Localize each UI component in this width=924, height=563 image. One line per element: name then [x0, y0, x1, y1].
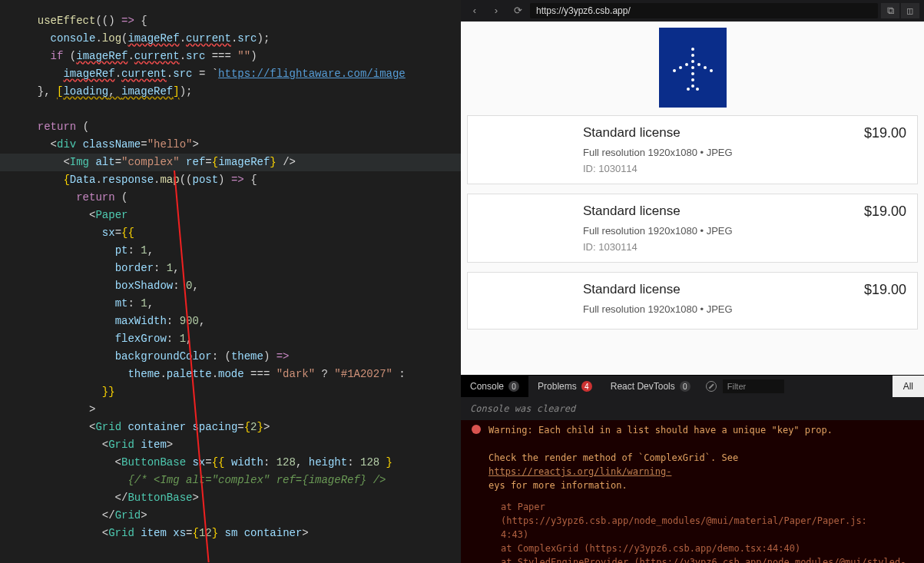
- stack-line: at ComplexGrid (https://y3ypz6.csb.app/d…: [470, 541, 915, 555]
- code-line[interactable]: flexGrow: 1,: [25, 330, 461, 348]
- card-title: Standard license: [583, 125, 864, 141]
- code-line[interactable]: <Grid item xs={12} sm container>: [25, 525, 461, 542]
- code-line[interactable]: mt: 1,: [25, 295, 461, 313]
- console-cleared-message: Console was cleared: [461, 397, 924, 420]
- svg-point-12: [710, 69, 713, 72]
- code-line[interactable]: return (: [25, 118, 461, 136]
- tab-console[interactable]: Console 0: [461, 376, 528, 397]
- code-line[interactable]: imageRef.current.src = `https://flightaw…: [25, 65, 461, 83]
- preview-area[interactable]: Standard licenseFull resolution 1920x108…: [461, 22, 924, 375]
- react-count-badge: 0: [680, 381, 691, 392]
- svg-point-8: [679, 66, 682, 69]
- stack-line: at Paper (https://y3ypz6.csb.app/node_mo…: [470, 500, 915, 528]
- code-line[interactable]: <ButtonBase sx={{ width: 128, height: 12…: [25, 454, 461, 472]
- stack-line: 4:43): [470, 528, 915, 541]
- reload-button[interactable]: ⟳: [508, 3, 527, 18]
- filter-input[interactable]: Filter: [723, 379, 784, 393]
- code-line[interactable]: [25, 101, 461, 118]
- back-button[interactable]: ‹: [465, 3, 484, 18]
- url-text: https://y3ypz6.csb.app/: [536, 5, 631, 16]
- panel-button[interactable]: ◫: [901, 3, 919, 18]
- code-line[interactable]: console.log(imageRef.current.src);: [25, 30, 461, 48]
- card-thumbnail: [479, 204, 583, 253]
- svg-point-6: [691, 84, 694, 88]
- tab-react-label: React DevTools: [611, 381, 675, 392]
- tab-console-label: Console: [470, 381, 504, 392]
- filter-all-label: All: [903, 381, 913, 392]
- warning-text: Warning: Each child in a list should hav…: [488, 425, 833, 435]
- license-card[interactable]: Standard licenseFull resolution 1920x108…: [467, 115, 918, 184]
- card-subtitle: Full resolution 1920x1080 • JPEG: [583, 147, 864, 158]
- code-line[interactable]: <Img alt="complex" ref={imageRef} />: [25, 154, 461, 171]
- tab-problems[interactable]: Problems 4: [528, 376, 601, 397]
- console-body[interactable]: Console was cleared Warning: Each child …: [461, 397, 924, 563]
- svg-point-3: [691, 66, 694, 69]
- browser-toolbar: ‹ › ⟳ https://y3ypz6.csb.app/ ⧉ ◫: [461, 0, 924, 22]
- url-field[interactable]: https://y3ypz6.csb.app/: [530, 3, 878, 18]
- code-line[interactable]: <Grid item>: [25, 436, 461, 454]
- code-line[interactable]: border: 1,: [25, 260, 461, 277]
- code-line[interactable]: }, [loading, imageRef]);: [25, 83, 461, 101]
- problems-count-badge: 4: [581, 381, 592, 392]
- editor-gutter: [0, 0, 22, 563]
- warning-link[interactable]: https://reactjs.org/link/warning-: [488, 466, 671, 477]
- card-title: Standard license: [583, 204, 864, 219]
- code-line[interactable]: maxWidth: 900,: [25, 313, 461, 330]
- airplane-logo: [659, 28, 727, 108]
- console-warning: Warning: Each child in a list should hav…: [470, 423, 915, 492]
- tab-react-devtools[interactable]: React DevTools 0: [601, 376, 700, 397]
- code-line[interactable]: >: [25, 401, 461, 419]
- code-line[interactable]: {/* <Img alt="complex" ref={imageRef} />: [25, 472, 461, 489]
- card-title: Standard license: [583, 282, 864, 297]
- code-line[interactable]: useEffect(() => {: [25, 12, 461, 30]
- filter-all-button[interactable]: All: [893, 376, 924, 397]
- code-line[interactable]: </Grid>: [25, 507, 461, 525]
- filter-placeholder: Filter: [727, 382, 746, 391]
- card-subtitle: Full resolution 1920x1080 • JPEG: [583, 225, 864, 237]
- code-line[interactable]: backgroundColor: (theme) =>: [25, 348, 461, 366]
- code-line[interactable]: {Data.response.map((post) => {: [25, 171, 461, 189]
- svg-point-11: [704, 66, 707, 69]
- code-line[interactable]: boxShadow: 0,: [25, 277, 461, 295]
- stack-line: at StyledEngineProvider (https://y3ypz6.…: [470, 555, 915, 563]
- svg-point-9: [673, 69, 676, 72]
- svg-point-14: [696, 88, 699, 91]
- browser-pane: ‹ › ⟳ https://y3ypz6.csb.app/ ⧉ ◫: [461, 0, 924, 563]
- code-line[interactable]: }}: [25, 383, 461, 401]
- svg-point-10: [697, 63, 700, 66]
- card-thumbnail: [479, 282, 583, 320]
- logo-container: [461, 22, 924, 115]
- card-thumbnail: [479, 125, 583, 174]
- code-line[interactable]: <Paper: [25, 207, 461, 224]
- code-line[interactable]: sx={{: [25, 224, 461, 242]
- svg-point-4: [691, 72, 694, 75]
- svg-point-0: [691, 48, 694, 51]
- card-price: $19.00: [864, 204, 906, 253]
- code-line[interactable]: <div className="hello">: [25, 136, 461, 154]
- svg-point-1: [691, 54, 694, 57]
- code-line[interactable]: <Grid container spacing={2}>: [25, 419, 461, 436]
- forward-button[interactable]: ›: [487, 3, 505, 18]
- code-line[interactable]: return (: [25, 189, 461, 207]
- svg-point-5: [691, 78, 694, 81]
- license-card[interactable]: Standard licenseFull resolution 1920x108…: [467, 272, 918, 330]
- code-area[interactable]: useEffect(() => { console.log(imageRef.c…: [25, 0, 461, 542]
- open-external-button[interactable]: ⧉: [881, 3, 899, 18]
- license-card[interactable]: Standard licenseFull resolution 1920x108…: [467, 194, 918, 263]
- card-price: $19.00: [864, 125, 906, 174]
- clear-console-icon[interactable]: [706, 381, 717, 392]
- card-subtitle: Full resolution 1920x1080 • JPEG: [583, 303, 864, 315]
- code-editor-pane[interactable]: useEffect(() => { console.log(imageRef.c…: [0, 0, 461, 563]
- code-line[interactable]: pt: 1,: [25, 242, 461, 260]
- code-line[interactable]: if (imageRef.current.src === ""): [25, 48, 461, 65]
- devtools-panel: Console 0 Problems 4 React DevTools 0 Fi…: [461, 375, 924, 563]
- card-id: ID: 1030114: [583, 163, 864, 174]
- svg-point-7: [685, 63, 688, 66]
- warning-body-1: Check the render method of `ComplexGrid`…: [488, 452, 738, 463]
- svg-point-13: [687, 88, 690, 91]
- warning-body-2: eys for more information.: [488, 480, 628, 491]
- card-id: ID: 1030114: [583, 241, 864, 253]
- card-price: $19.00: [864, 282, 906, 320]
- code-line[interactable]: theme.palette.mode === "dark" ? "#1A2027…: [25, 366, 461, 383]
- code-line[interactable]: </ButtonBase>: [25, 489, 461, 507]
